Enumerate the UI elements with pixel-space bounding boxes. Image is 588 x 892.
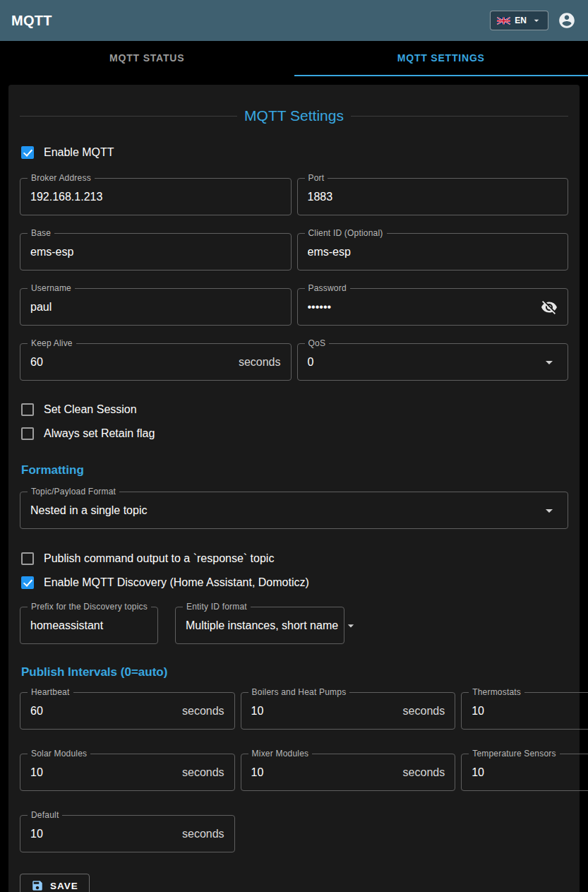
seconds-suffix: seconds <box>403 705 445 718</box>
discovery-prefix-field[interactable]: Prefix for the Discovery topics <box>20 607 158 644</box>
language-label: EN <box>515 16 527 25</box>
seconds-suffix: seconds <box>182 766 224 779</box>
temperature-sensors-label: Temperature Sensors <box>469 749 560 759</box>
mqtt-discovery-checkbox[interactable]: Enable MQTT Discovery (Home Assistant, D… <box>20 571 568 594</box>
port-field[interactable]: Port <box>297 178 569 215</box>
thermostats-field[interactable]: Thermostats seconds <box>461 692 588 730</box>
mqtt-discovery-label: Enable MQTT Discovery (Home Assistant, D… <box>44 576 309 589</box>
checkbox-icon[interactable] <box>21 576 34 589</box>
tab-label: MQTT SETTINGS <box>397 52 485 64</box>
broker-address-label: Broker Address <box>28 173 95 183</box>
settings-card: MQTT Settings Enable MQTT Broker Address… <box>8 85 580 892</box>
mixer-modules-input[interactable] <box>251 754 397 790</box>
discovery-prefix-input[interactable] <box>30 607 148 643</box>
tab-label: MQTT STATUS <box>109 52 184 64</box>
qos-label: QoS <box>305 338 330 348</box>
entity-id-format-label: Entity ID format <box>183 602 251 612</box>
seconds-suffix: seconds <box>182 828 224 840</box>
topic-format-value: Nested in a single topic <box>30 504 535 517</box>
formatting-heading: Formatting <box>21 463 568 477</box>
broker-address-input[interactable] <box>30 179 281 215</box>
boilers-field[interactable]: Boilers and Heat Pumps seconds <box>241 692 456 730</box>
qos-value: 0 <box>308 356 536 369</box>
divider-line <box>20 116 237 117</box>
client-id-field[interactable]: Client ID (Optional) <box>297 233 569 270</box>
mixer-modules-field[interactable]: Mixer Modules seconds <box>241 754 456 791</box>
default-interval-input[interactable] <box>30 816 176 852</box>
password-label: Password <box>305 283 350 293</box>
port-label: Port <box>305 173 328 183</box>
entity-id-format-select[interactable]: Entity ID format Multiple instances, sho… <box>175 607 344 644</box>
dropdown-arrow-icon[interactable] <box>541 502 558 519</box>
clean-session-checkbox[interactable]: Set Clean Session <box>20 398 568 421</box>
keep-alive-field[interactable]: Keep Alive seconds <box>20 343 292 381</box>
enable-mqtt-label: Enable MQTT <box>44 146 114 159</box>
username-input[interactable] <box>30 289 281 325</box>
dropdown-arrow-icon[interactable] <box>541 354 558 371</box>
default-interval-field[interactable]: Default seconds <box>20 815 235 852</box>
account-button[interactable] <box>557 11 577 30</box>
dropdown-arrow-icon[interactable] <box>344 619 358 633</box>
publish-response-checkbox[interactable]: Publish command output to a `response` t… <box>20 547 568 570</box>
chevron-down-icon <box>531 15 542 26</box>
password-input[interactable] <box>308 289 536 325</box>
save-button-label: SAVE <box>50 881 78 891</box>
client-id-label: Client ID (Optional) <box>305 228 387 238</box>
temperature-sensors-input[interactable] <box>472 754 588 790</box>
retain-flag-label: Always set Retain flag <box>44 427 155 440</box>
qos-select[interactable]: QoS 0 <box>297 343 569 381</box>
language-selector-button[interactable]: EN <box>490 11 548 30</box>
thermostats-label: Thermostats <box>469 687 524 697</box>
seconds-suffix: seconds <box>182 705 224 718</box>
checkbox-icon[interactable] <box>21 146 34 159</box>
base-label: Base <box>28 228 54 238</box>
discovery-prefix-label: Prefix for the Discovery topics <box>28 602 151 612</box>
solar-modules-field[interactable]: Solar Modules seconds <box>20 754 235 791</box>
topic-format-select[interactable]: Topic/Payload Format Nested in a single … <box>20 492 568 529</box>
solar-modules-input[interactable] <box>30 754 176 790</box>
client-id-input[interactable] <box>308 234 558 270</box>
port-input[interactable] <box>308 179 558 215</box>
topic-format-label: Topic/Payload Format <box>28 487 119 496</box>
keep-alive-input[interactable] <box>30 344 233 380</box>
base-field[interactable]: Base <box>20 233 292 270</box>
seconds-suffix: seconds <box>403 766 445 779</box>
tab-mqtt-status[interactable]: MQTT STATUS <box>0 41 294 76</box>
app-header: MQTT EN <box>0 0 588 41</box>
solar-modules-label: Solar Modules <box>28 749 90 759</box>
tab-mqtt-settings[interactable]: MQTT SETTINGS <box>294 41 588 76</box>
username-label: Username <box>28 283 75 293</box>
retain-flag-checkbox[interactable]: Always set Retain flag <box>20 422 568 445</box>
page-title-text: MQTT Settings <box>244 107 344 124</box>
publish-response-label: Publish command output to a `response` t… <box>44 552 274 565</box>
password-field[interactable]: Password <box>297 288 569 326</box>
base-input[interactable] <box>30 234 281 270</box>
default-interval-label: Default <box>28 810 62 820</box>
save-icon <box>31 879 44 892</box>
app-title: MQTT <box>11 13 52 29</box>
thermostats-input[interactable] <box>472 693 588 729</box>
checkbox-icon[interactable] <box>21 403 34 416</box>
checkbox-icon[interactable] <box>21 427 34 440</box>
keep-alive-suffix: seconds <box>239 356 281 369</box>
boilers-label: Boilers and Heat Pumps <box>248 687 350 697</box>
publish-intervals-heading: Publish Intervals (0=auto) <box>21 665 568 679</box>
enable-mqtt-checkbox[interactable]: Enable MQTT <box>20 141 568 164</box>
visibility-off-icon[interactable] <box>541 299 558 316</box>
temperature-sensors-field[interactable]: Temperature Sensors seconds <box>461 754 588 791</box>
username-field[interactable]: Username <box>20 288 292 326</box>
save-button[interactable]: SAVE <box>20 874 90 892</box>
heartbeat-field[interactable]: Heartbeat seconds <box>20 692 235 730</box>
clean-session-label: Set Clean Session <box>44 403 137 416</box>
broker-address-field[interactable]: Broker Address <box>20 178 292 215</box>
uk-flag-icon <box>497 17 510 25</box>
tab-bar: MQTT STATUS MQTT SETTINGS <box>0 41 588 76</box>
account-circle-icon <box>558 11 576 30</box>
entity-id-format-value: Multiple instances, short name <box>186 619 338 632</box>
keep-alive-label: Keep Alive <box>28 338 76 348</box>
boilers-input[interactable] <box>251 693 397 729</box>
checkbox-icon[interactable] <box>21 552 34 565</box>
heartbeat-input[interactable] <box>30 693 176 729</box>
page-title: MQTT Settings <box>20 107 568 124</box>
divider-line <box>351 116 568 117</box>
